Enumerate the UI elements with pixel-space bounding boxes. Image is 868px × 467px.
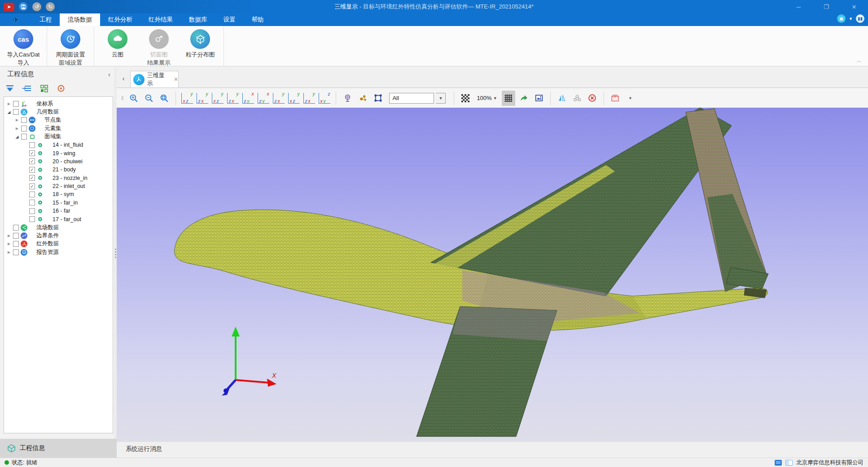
- tree-checkbox[interactable]: [13, 101, 19, 107]
- menu-tab-1[interactable]: 流场数据: [60, 13, 100, 26]
- chevron-down-icon[interactable]: ▼: [849, 17, 853, 21]
- restore-button[interactable]: ❐: [812, 0, 840, 13]
- tree-checkbox[interactable]: [29, 208, 35, 214]
- tree-row[interactable]: 15 - far_in: [4, 199, 113, 207]
- view-back-icon[interactable]: yzx: [196, 91, 209, 106]
- tree-closed-arrow-icon[interactable]: ▶: [14, 127, 20, 131]
- tree-row[interactable]: ▶ 元素集: [4, 124, 113, 132]
- filter-icon[interactable]: [4, 83, 15, 93]
- tree-row[interactable]: 流场数据: [4, 223, 113, 231]
- zoom-out-icon[interactable]: [142, 91, 156, 106]
- tree-row[interactable]: ◢ 几何数据: [4, 108, 113, 116]
- tree-checkbox[interactable]: [13, 241, 19, 247]
- display-set-combo[interactable]: All: [389, 93, 434, 104]
- tree-checkbox[interactable]: [29, 216, 35, 222]
- tree-row[interactable]: ✓ 23 - nozzle_in: [4, 174, 113, 182]
- undo-icon[interactable]: ↺: [32, 2, 41, 11]
- tree-row[interactable]: 18 - sym: [4, 190, 113, 198]
- tabbar-collapse-icon[interactable]: ‹: [117, 75, 130, 82]
- menu-tab-0[interactable]: 工程: [31, 13, 60, 26]
- cloud-share-icon[interactable]: [570, 91, 584, 106]
- export-arrow-icon[interactable]: [517, 91, 530, 106]
- tree-row[interactable]: ✓ 21 - body: [4, 166, 113, 174]
- zoom-fit-icon[interactable]: [158, 91, 171, 106]
- view-left-icon[interactable]: yxz: [211, 91, 224, 106]
- view-bottom-icon[interactable]: xzy: [257, 91, 270, 106]
- app-launch-button[interactable]: ➤: [4, 3, 14, 11]
- caret-down-icon[interactable]: ▼: [624, 91, 637, 106]
- grid-icon[interactable]: [502, 91, 515, 106]
- delete-icon[interactable]: [586, 91, 599, 106]
- tree-row[interactable]: ▶ 报告资源: [4, 248, 113, 256]
- tree-checkbox[interactable]: [21, 117, 27, 123]
- snapshot-icon[interactable]: [532, 91, 546, 106]
- tree-checkbox[interactable]: [29, 142, 35, 148]
- ribbon-button-clock[interactable]: 周期面设置: [50, 28, 91, 59]
- view-iso-2-icon[interactable]: yxz: [287, 91, 301, 106]
- redo-icon[interactable]: ↻: [46, 2, 55, 11]
- panel-bottom-tab[interactable]: 工程信息: [0, 439, 117, 458]
- zoom-in-icon[interactable]: [127, 91, 140, 106]
- tab-3d-display[interactable]: 三维显示 ✕: [130, 71, 179, 87]
- mirror-icon[interactable]: [555, 91, 569, 106]
- style-switcher-icon[interactable]: ▣: [837, 14, 846, 23]
- view-iso-4-icon[interactable]: zxy: [318, 91, 331, 106]
- grid-view-icon[interactable]: [39, 83, 49, 93]
- 3d-viewport[interactable]: X: [117, 108, 868, 441]
- tree-row[interactable]: ▶ Yx 坐标系: [4, 100, 113, 108]
- tree-checkbox[interactable]: [13, 225, 19, 231]
- tree-checkbox[interactable]: ✓: [29, 167, 35, 173]
- box-select-icon[interactable]: [371, 91, 385, 106]
- list-left-icon[interactable]: [22, 83, 32, 93]
- zoom-level-select[interactable]: 100%▼: [477, 95, 497, 101]
- combo-dropdown-icon[interactable]: ▼: [436, 93, 446, 104]
- locate-icon[interactable]: [341, 91, 354, 106]
- tree-row[interactable]: ▶ 节点集: [4, 116, 113, 124]
- tree-checkbox[interactable]: [21, 126, 27, 131]
- tree-checkbox[interactable]: [21, 134, 27, 140]
- menu-tab-2[interactable]: 红外分析: [100, 13, 140, 26]
- tree-row[interactable]: ▶ 边界条件: [4, 231, 113, 240]
- tree-row[interactable]: 17 - far_out: [4, 215, 113, 223]
- tree-checkbox[interactable]: [13, 249, 19, 255]
- tree-checkbox[interactable]: ✓: [29, 158, 35, 164]
- menu-tab-3[interactable]: 红外结果: [140, 13, 181, 26]
- ribbon-button-particle[interactable]: 粒子分布图: [180, 28, 221, 59]
- save-scene-icon[interactable]: [609, 91, 622, 106]
- tree-closed-arrow-icon[interactable]: ▶: [6, 102, 12, 106]
- layout-icon[interactable]: [775, 460, 782, 466]
- tree-closed-arrow-icon[interactable]: ▶: [6, 234, 12, 238]
- tab-close-icon[interactable]: ✕: [174, 76, 178, 83]
- panel-collapse-icon[interactable]: ‹: [108, 70, 110, 78]
- menu-tab-4[interactable]: 数据库: [181, 13, 215, 26]
- view-top-icon[interactable]: xzy: [241, 91, 255, 106]
- tree-closed-arrow-icon[interactable]: ▶: [6, 250, 12, 254]
- tree-row[interactable]: ✓ 22 - inlet_out: [4, 182, 113, 190]
- ribbon-button-cas[interactable]: cas 导入Cas/Dat: [3, 28, 44, 59]
- tree-checkbox[interactable]: [13, 233, 19, 239]
- tree-row[interactable]: ✓ 20 - chuiwei: [4, 157, 113, 166]
- view-iso-1-icon[interactable]: yzx: [272, 91, 285, 106]
- tree-checkbox[interactable]: ✓: [29, 175, 35, 181]
- toolbar-drag-handle[interactable]: ‖: [121, 95, 123, 101]
- split-view-icon[interactable]: [785, 460, 793, 466]
- view-iso-3-icon[interactable]: yzx: [302, 91, 316, 106]
- save-icon[interactable]: [19, 2, 28, 11]
- ribbon-collapse-icon[interactable]: ︿: [857, 57, 862, 64]
- tree-row[interactable]: 14 - int_fluid: [4, 141, 113, 149]
- target-icon[interactable]: [56, 83, 66, 93]
- tree-open-arrow-icon[interactable]: ◢: [6, 110, 12, 114]
- close-button[interactable]: ✕: [840, 0, 868, 13]
- tree-row[interactable]: ✓ 19 - wing: [4, 149, 113, 157]
- particles-icon[interactable]: [356, 91, 369, 106]
- menu-tab-6[interactable]: 帮助: [244, 13, 272, 26]
- tree-checkbox[interactable]: ✓: [29, 150, 35, 156]
- theme-icon[interactable]: ▮▮: [856, 14, 864, 23]
- view-right-icon[interactable]: yzx: [226, 91, 240, 106]
- ribbon-button-slice[interactable]: 切面图: [138, 28, 180, 59]
- tree-closed-arrow-icon[interactable]: ▶: [14, 118, 20, 122]
- menu-tab-5[interactable]: 设置: [215, 13, 244, 26]
- tree-closed-arrow-icon[interactable]: ▶: [6, 242, 12, 246]
- tree-open-arrow-icon[interactable]: ◢: [14, 135, 20, 139]
- ribbon-button-cloud[interactable]: 云图: [97, 28, 138, 59]
